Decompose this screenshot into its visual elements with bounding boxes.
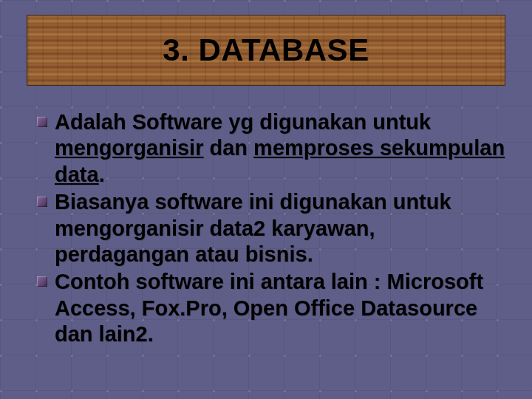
content-area: Adalah Software yg digunakan untuk mengo… bbox=[37, 109, 510, 349]
bullet-text-3: Contoh software ini antara lain : Micros… bbox=[55, 269, 510, 347]
slide-title: 3. DATABASE bbox=[163, 33, 369, 68]
bullet-icon bbox=[37, 276, 47, 287]
list-item: Biasanya software ini digunakan untuk me… bbox=[37, 189, 510, 267]
list-item: Contoh software ini antara lain : Micros… bbox=[37, 269, 510, 347]
bullet-icon bbox=[37, 197, 47, 207]
bullet-text-1: Adalah Software yg digunakan untuk mengo… bbox=[55, 109, 510, 188]
list-item: Adalah Software yg digunakan untuk mengo… bbox=[37, 109, 510, 188]
title-banner: 3. DATABASE bbox=[27, 15, 505, 86]
bullet-icon bbox=[37, 117, 47, 127]
bullet-text-2: Biasanya software ini digunakan untuk me… bbox=[55, 189, 510, 267]
